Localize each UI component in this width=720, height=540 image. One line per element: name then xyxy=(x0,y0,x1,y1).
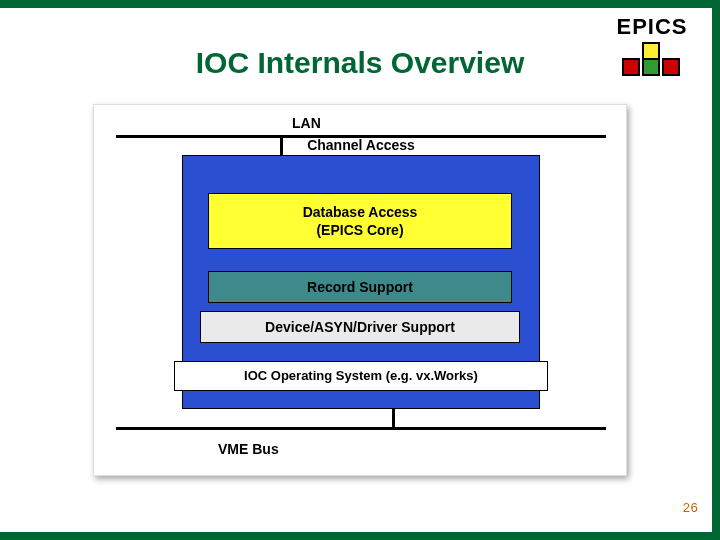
vme-bus-line xyxy=(116,427,606,430)
slide-title: IOC Internals Overview xyxy=(0,46,720,80)
vme-connector-stub xyxy=(392,409,395,427)
database-access-line2: (EPICS Core) xyxy=(316,222,403,238)
channel-access-label: Channel Access xyxy=(182,137,540,153)
device-support-box: Device/ASYN/Driver Support xyxy=(200,311,520,343)
epics-logo-text: EPICS xyxy=(608,14,696,40)
trim-bottom xyxy=(0,532,720,540)
lan-label: LAN xyxy=(292,115,321,131)
trim-top xyxy=(0,0,720,8)
os-box: IOC Operating System (e.g. vx.Works) xyxy=(174,361,548,391)
database-access-box: Database Access (EPICS Core) xyxy=(208,193,512,249)
record-support-box: Record Support xyxy=(208,271,512,303)
page-number: 26 xyxy=(682,501,698,516)
database-access-line1: Database Access xyxy=(303,204,418,220)
vme-label: VME Bus xyxy=(218,441,279,457)
slide: EPICS IOC Internals Overview LAN Channel… xyxy=(0,0,720,540)
diagram-canvas: LAN Channel Access Database Access (EPIC… xyxy=(93,104,627,476)
trim-right xyxy=(712,0,720,540)
